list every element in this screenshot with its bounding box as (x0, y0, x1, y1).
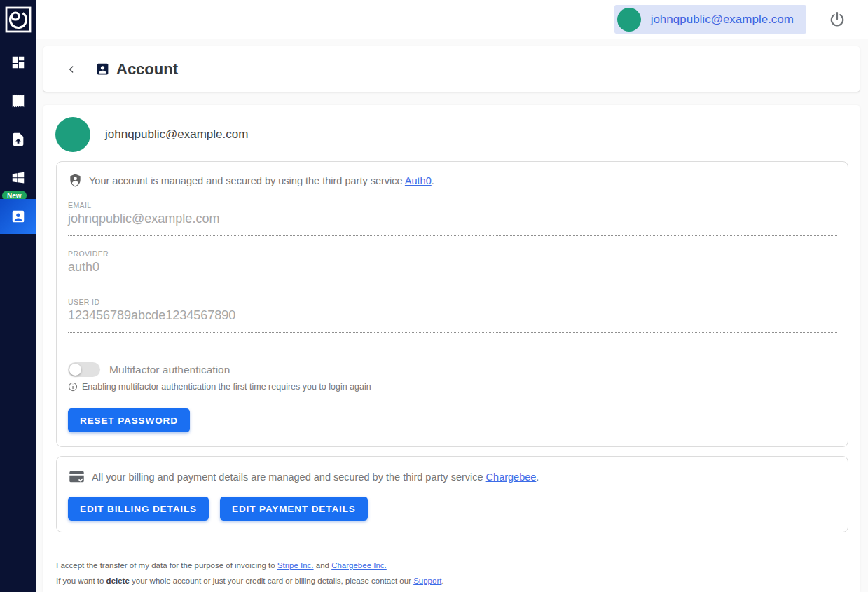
account-box-icon (95, 62, 110, 76)
legal-line-2: If you want to delete your whole account… (56, 573, 847, 588)
billing-notice-suffix: . (536, 471, 539, 483)
billing-section: All your billing and payment details are… (56, 456, 848, 532)
user-id-field: USER ID 123456789abcde1234567890 (68, 298, 837, 333)
app-logo[interactable] (0, 0, 36, 39)
auth-section: Your account is managed and secured by u… (56, 161, 848, 447)
sidebar: New (0, 0, 36, 592)
receipt-icon (11, 93, 26, 109)
user-email: johnqpublic@example.com (651, 13, 794, 27)
account-box-icon (11, 209, 26, 224)
email-label: EMAIL (68, 201, 837, 209)
legal1-prefix: I accept the transfer of my data for the… (56, 561, 277, 570)
reset-password-wrap: RESET PASSWORD (68, 408, 837, 432)
chargebee-link[interactable]: Chargebee (486, 471, 537, 483)
user-chip[interactable]: johnqpublic@example.com (614, 5, 806, 34)
file-upload-icon (11, 132, 26, 147)
email-field: EMAIL johnqpublic@example.com (68, 201, 837, 236)
auth-notice-suffix: . (432, 175, 434, 186)
sidebar-item-integrations[interactable]: New (0, 158, 36, 197)
provider-label: PROVIDER (68, 249, 837, 258)
billing-notice: All your billing and payment details are… (68, 468, 837, 486)
user-id-value: 123456789abcde1234567890 (68, 306, 837, 333)
auth0-link[interactable]: Auth0 (405, 175, 432, 186)
legal2-suffix: . (441, 577, 443, 585)
legal2-p1: If you want to (56, 577, 106, 585)
mfa-toggle-knob (69, 364, 81, 376)
sidebar-item-account[interactable] (0, 199, 36, 234)
provider-field: PROVIDER auth0 (68, 249, 837, 284)
legal2-delete: delete (106, 577, 130, 585)
email-value: johnqpublic@example.com (68, 209, 837, 236)
user-id-label: USER ID (68, 298, 837, 306)
reset-password-button[interactable]: RESET PASSWORD (68, 408, 190, 432)
windows-icon (11, 170, 26, 186)
mfa-label: Multifactor authentication (109, 364, 230, 376)
topbar: johnqpublic@example.com (36, 0, 868, 39)
auth-notice-prefix: Your account is managed and secured by u… (89, 175, 405, 186)
info-icon (68, 382, 78, 392)
support-link[interactable]: Support (413, 577, 441, 585)
mfa-hint-text: Enabling multifactor authentication the … (82, 382, 371, 392)
auth-notice: Your account is managed and secured by u… (68, 173, 837, 188)
avatar (55, 117, 90, 152)
legal1-mid: and (314, 561, 332, 570)
back-button[interactable] (63, 61, 80, 78)
logout-button[interactable] (827, 10, 847, 29)
avatar (617, 8, 641, 32)
shield-person-icon (68, 173, 83, 188)
dashboard-icon (11, 55, 26, 70)
legal-text: I accept the transfer of my data for the… (56, 558, 847, 588)
mfa-row: Multifactor authentication (68, 362, 837, 377)
back-chevron-icon (66, 64, 77, 75)
billing-notice-prefix: All your billing and payment details are… (92, 471, 486, 483)
billing-buttons: EDIT BILLING DETAILS EDIT PAYMENT DETAIL… (68, 497, 837, 521)
title-card: Account (43, 46, 860, 92)
credit-card-check-icon (68, 468, 85, 486)
legal-line-1: I accept the transfer of my data for the… (56, 558, 847, 573)
stripe-link[interactable]: Stripe Inc. (277, 561, 314, 570)
content-area: Account johnqpublic@example.com Your acc… (36, 39, 868, 592)
power-icon (828, 11, 846, 29)
edit-payment-details-button[interactable]: EDIT PAYMENT DETAILS (220, 497, 368, 521)
profile-header: johnqpublic@example.com (43, 105, 860, 161)
account-card: johnqpublic@example.com Your account is … (43, 105, 860, 592)
billing-notice-text: All your billing and payment details are… (92, 471, 539, 483)
mfa-hint: Enabling multifactor authentication the … (68, 382, 837, 392)
edit-billing-details-button[interactable]: EDIT BILLING DETAILS (68, 497, 209, 521)
auth-notice-text: Your account is managed and secured by u… (89, 175, 434, 186)
profile-email: johnqpublic@example.com (105, 128, 248, 142)
sidebar-item-receipts[interactable] (0, 81, 36, 120)
sidebar-item-dashboard[interactable] (0, 43, 36, 81)
app-logo-icon (4, 6, 32, 34)
provider-value: auth0 (68, 258, 837, 284)
chargebee-inc-link[interactable]: Chargebee Inc. (331, 561, 387, 570)
mfa-toggle[interactable] (68, 362, 100, 377)
page-title: Account (116, 60, 178, 78)
legal2-p2: your whole account or just your credit c… (130, 577, 413, 585)
sidebar-item-upload[interactable] (0, 120, 36, 158)
main-column: johnqpublic@example.com (36, 0, 868, 592)
